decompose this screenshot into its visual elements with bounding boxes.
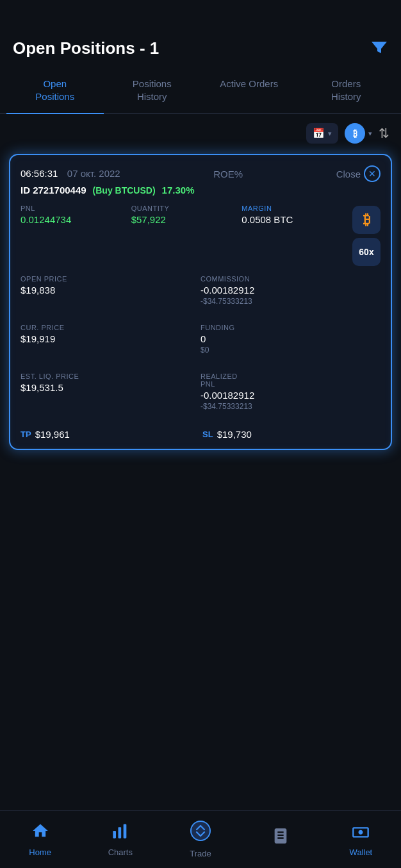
calendar-button[interactable]: 📅 ▾ xyxy=(306,123,338,144)
realized-pnl-value: -0.00182912 xyxy=(201,390,381,401)
tp-label: TP xyxy=(20,430,31,439)
leverage-badges: ₿ 60x xyxy=(352,204,381,266)
realized-pnl-label: REALIZED PNL xyxy=(201,372,381,388)
funding-sub: $0 xyxy=(201,346,381,355)
svg-rect-2 xyxy=(123,824,126,839)
position-side: (Buy BTCUSD) xyxy=(93,185,156,196)
svg-rect-1 xyxy=(118,827,121,839)
close-icon: ✕ xyxy=(364,165,381,182)
tab-open-positions[interactable]: Open Positions xyxy=(6,71,104,113)
commission-value: -0.00182912 xyxy=(201,285,381,296)
btc-icon: ₿ xyxy=(352,206,381,234)
card-id-row: ID 2721700449 (Buy BTCUSD) 17.30% xyxy=(20,185,381,196)
chevron-down-icon: ▾ xyxy=(368,129,372,138)
tp-value: $19,961 xyxy=(35,429,199,440)
open-price-field: OPEN PRICE $19,838 xyxy=(20,275,201,306)
trade-label: Trade xyxy=(190,849,211,858)
nav-charts[interactable]: Charts xyxy=(80,815,160,864)
cur-price-funding-row: CUR. PRICE $19,919 FUNDING 0 $0 xyxy=(20,324,381,363)
margin-field: MARGIN 0.0508 BTC xyxy=(241,204,352,257)
svg-rect-0 xyxy=(113,831,116,839)
close-button[interactable]: Close ✕ xyxy=(336,165,381,182)
sort-button[interactable]: ⇅ xyxy=(379,126,389,141)
funding-value: 0 xyxy=(201,333,381,344)
cur-price-field: CUR. PRICE $19,919 xyxy=(20,324,201,355)
cur-price-value: $19,919 xyxy=(20,333,201,344)
charts-icon xyxy=(111,822,129,844)
wallet-icon xyxy=(352,822,370,844)
open-price-value: $19,838 xyxy=(20,285,201,296)
cur-price-label: CUR. PRICE xyxy=(20,324,201,331)
position-card: 06:56:31 07 окт. 2022 ROE% Close ✕ ID 27… xyxy=(9,154,392,450)
tabs-container: Open Positions Positions History Active … xyxy=(0,71,401,114)
wallet-label: Wallet xyxy=(350,847,373,857)
tab-positions-history[interactable]: Positions History xyxy=(104,71,201,113)
sl-value: $19,730 xyxy=(217,429,381,440)
svg-point-3 xyxy=(191,821,210,840)
roe-label: ROE% xyxy=(120,169,336,179)
currency-selector[interactable]: ₿ ▾ xyxy=(345,123,372,144)
pnl-value: 0.01244734 xyxy=(20,214,131,225)
toolbar: 📅 ▾ ₿ ▾ ⇅ xyxy=(0,114,401,150)
pnl-field: PNL 0.01244734 xyxy=(20,204,131,257)
filter-button[interactable] xyxy=(370,39,388,58)
nav-wallet[interactable]: Wallet xyxy=(321,815,401,864)
charts-label: Charts xyxy=(108,847,133,857)
funding-label: FUNDING xyxy=(201,324,381,331)
commission-label: COMMISSION xyxy=(201,275,381,283)
nav-trade[interactable]: Trade xyxy=(160,814,240,865)
realized-pnl-sub: -$34.75333213 xyxy=(201,402,381,411)
learn-icon xyxy=(272,827,290,849)
open-price-commission-row: OPEN PRICE $19,838 COMMISSION -0.0018291… xyxy=(20,275,381,315)
position-time: 06:56:31 xyxy=(20,168,58,179)
commission-sub: -$34.75333213 xyxy=(201,297,381,306)
card-header: 06:56:31 07 окт. 2022 ROE% Close ✕ xyxy=(20,165,381,182)
position-date: 07 окт. 2022 xyxy=(67,168,120,179)
sort-icon: ⇅ xyxy=(379,126,389,141)
home-label: Home xyxy=(29,847,51,857)
home-icon xyxy=(31,822,49,844)
est-liq-label: EST. LIQ. PRICE xyxy=(20,372,201,380)
pnl-quantity-margin-row: PNL 0.01244734 QUANTITY $57,922 MARGIN 0… xyxy=(20,204,381,266)
bottom-nav: Home Charts Trade Wallet xyxy=(0,810,401,868)
calendar-icon: 📅 xyxy=(313,128,325,139)
est-liq-value: $19,531.5 xyxy=(20,382,201,393)
realized-pnl-field: REALIZED PNL -0.00182912 -$34.75333213 xyxy=(201,372,381,411)
funding-field: FUNDING 0 $0 xyxy=(201,324,381,355)
positions-list: 06:56:31 07 окт. 2022 ROE% Close ✕ ID 27… xyxy=(0,150,401,463)
tpsl-row: TP $19,961 SL $19,730 xyxy=(20,429,381,440)
position-id: ID 2721700449 xyxy=(20,185,86,196)
btc-badge: ₿ xyxy=(345,123,365,144)
margin-label: MARGIN xyxy=(241,204,352,212)
pnl-label: PNL xyxy=(20,204,131,212)
leverage-badge: 60x xyxy=(352,238,381,266)
trade-icon xyxy=(190,821,211,846)
page-title: Open Positions - 1 xyxy=(13,38,159,58)
header: Open Positions - 1 xyxy=(0,0,401,71)
nav-learn[interactable] xyxy=(241,821,321,859)
position-roe-value: 17.30% xyxy=(162,185,195,196)
commission-field: COMMISSION -0.00182912 -$34.75333213 xyxy=(201,275,381,306)
tab-orders-history[interactable]: Orders History xyxy=(298,71,395,113)
quantity-value: $57,922 xyxy=(131,214,242,225)
est-liq-field: EST. LIQ. PRICE $19,531.5 xyxy=(20,372,201,411)
margin-value: 0.0508 BTC xyxy=(241,214,352,225)
open-price-label: OPEN PRICE xyxy=(20,275,201,283)
chevron-down-icon: ▾ xyxy=(328,129,332,138)
tab-active-orders[interactable]: Active Orders xyxy=(201,71,298,113)
quantity-label: QUANTITY xyxy=(131,204,242,212)
nav-home[interactable]: Home xyxy=(0,815,80,864)
quantity-field: QUANTITY $57,922 xyxy=(131,204,242,257)
est-liq-realized-row: EST. LIQ. PRICE $19,531.5 REALIZED PNL -… xyxy=(20,372,381,420)
sl-label: SL xyxy=(202,430,213,439)
